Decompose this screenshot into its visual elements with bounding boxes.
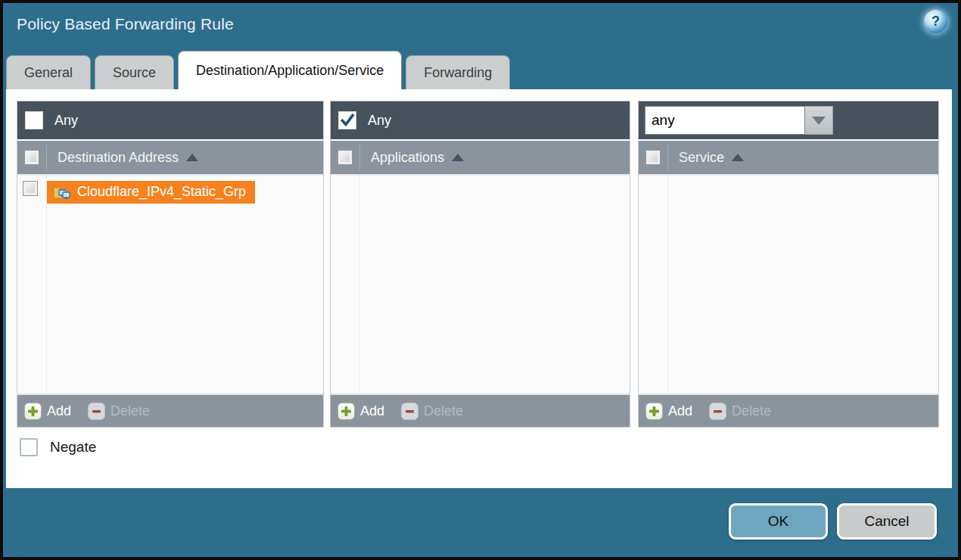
service-any-bar: any <box>639 101 938 141</box>
sort-asc-icon[interactable] <box>186 154 198 161</box>
columns-container: Any Destination Address <box>17 101 939 428</box>
address-group-icon <box>53 185 71 200</box>
help-icon[interactable]: ? <box>924 10 947 33</box>
add-icon <box>337 403 355 420</box>
service-delete-button[interactable]: Delete <box>709 403 771 420</box>
service-select-all-checkbox[interactable] <box>645 150 661 165</box>
header-divider <box>359 145 360 170</box>
delete-icon <box>401 403 418 420</box>
dialog-title: Policy Based Forwarding Rule <box>17 15 234 33</box>
delete-icon <box>88 403 105 420</box>
header-divider <box>46 145 47 170</box>
add-icon <box>645 403 663 420</box>
service-column: any Service <box>638 101 939 428</box>
destination-address-item[interactable]: Cloudflare_IPv4_Static_Grp <box>47 181 255 204</box>
add-label: Add <box>360 403 384 419</box>
negate-row: Negate <box>20 438 96 456</box>
destination-add-button[interactable]: Add <box>24 403 71 420</box>
service-list <box>639 176 938 394</box>
tab-content-panel: Any Destination Address <box>6 89 952 488</box>
row-checkbox[interactable] <box>23 181 38 196</box>
list-divider <box>359 176 360 394</box>
destination-any-checkbox[interactable] <box>25 111 43 129</box>
destination-footer: Add Delete <box>17 394 323 427</box>
sort-asc-icon[interactable] <box>732 154 744 161</box>
destination-list: Cloudflare_IPv4_Static_Grp <box>17 176 323 394</box>
destination-address-column: Any Destination Address <box>17 101 324 428</box>
applications-header-label: Applications <box>371 150 444 166</box>
add-label: Add <box>47 403 71 419</box>
list-divider <box>46 176 47 394</box>
sort-asc-icon[interactable] <box>452 154 464 161</box>
delete-label: Delete <box>110 403 150 419</box>
applications-footer: Add Delete <box>331 394 630 427</box>
delete-label: Delete <box>732 403 771 419</box>
add-icon <box>24 403 42 420</box>
cancel-button[interactable]: Cancel <box>837 503 937 540</box>
check-icon <box>340 113 355 128</box>
tab-source[interactable]: Source <box>95 55 174 89</box>
tab-bar: General Source Destination/Application/S… <box>6 51 510 89</box>
service-footer: Add Delete <box>639 394 938 427</box>
header-divider <box>667 145 668 170</box>
service-dropdown-button[interactable] <box>805 106 833 135</box>
applications-delete-button[interactable]: Delete <box>401 403 463 420</box>
chevron-down-icon <box>812 117 826 125</box>
service-column-header[interactable]: Service <box>639 141 938 176</box>
service-dropdown[interactable]: any <box>645 106 833 135</box>
applications-list <box>331 176 630 394</box>
service-header-label: Service <box>679 150 724 166</box>
policy-based-forwarding-dialog: Policy Based Forwarding Rule ? General S… <box>0 0 961 560</box>
table-row: Cloudflare_IPv4_Static_Grp <box>17 176 323 204</box>
destination-header-label: Destination Address <box>58 150 179 166</box>
applications-any-label: Any <box>368 113 391 129</box>
add-label: Add <box>668 403 692 419</box>
applications-any-checkbox[interactable] <box>338 111 356 129</box>
service-add-button[interactable]: Add <box>645 403 692 420</box>
tab-destination-application-service[interactable]: Destination/Application/Service <box>178 51 402 89</box>
destination-column-header[interactable]: Destination Address <box>17 141 323 176</box>
destination-delete-button[interactable]: Delete <box>88 403 150 420</box>
negate-checkbox[interactable] <box>20 438 38 456</box>
delete-label: Delete <box>424 403 463 419</box>
applications-add-button[interactable]: Add <box>337 403 384 420</box>
delete-icon <box>709 403 726 420</box>
destination-address-name: Cloudflare_IPv4_Static_Grp <box>77 184 246 200</box>
destination-any-label: Any <box>54 113 78 129</box>
service-dropdown-value[interactable]: any <box>645 106 805 135</box>
applications-column: Any Applications Add <box>330 101 630 428</box>
applications-column-header[interactable]: Applications <box>331 141 630 176</box>
applications-select-all-checkbox[interactable] <box>337 150 353 165</box>
tab-general[interactable]: General <box>6 55 91 89</box>
applications-any-bar: Any <box>331 101 630 141</box>
list-divider <box>667 176 668 394</box>
destination-any-bar: Any <box>17 101 323 141</box>
destination-select-all-checkbox[interactable] <box>24 150 39 165</box>
ok-button[interactable]: OK <box>729 503 828 540</box>
negate-label: Negate <box>50 439 96 456</box>
tab-forwarding[interactable]: Forwarding <box>406 55 510 89</box>
